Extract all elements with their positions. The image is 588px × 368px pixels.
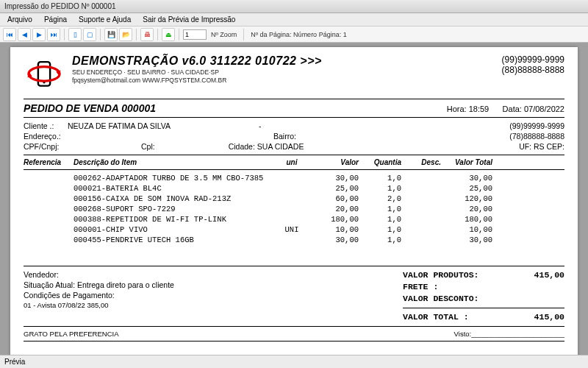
cell-quant: 2,0 xyxy=(359,194,401,204)
first-page-icon[interactable]: ⏮ xyxy=(3,28,16,41)
cell-desc: 000268-SUPORT SPO-7229 xyxy=(74,204,276,214)
window-titlebar: Impressão do PEDIDO Nº 000001 xyxy=(0,0,588,13)
cell-ref xyxy=(24,173,74,183)
menu-sair[interactable]: Sair da Prévia de Impressão xyxy=(138,13,240,26)
cell-uni xyxy=(276,204,307,214)
col-desc2: Desc. xyxy=(401,158,441,166)
menu-suporte[interactable]: Suporte e Ajuda xyxy=(74,13,135,26)
table-row: 000156-CAIXA DE SOM INOVA RAD-213Z60,002… xyxy=(24,194,564,204)
cell-valor: 25,00 xyxy=(307,183,359,194)
col-total: Valor Total xyxy=(441,158,492,166)
cell-desc: 000021-BATERIA BL4C xyxy=(74,183,276,194)
cell-total: 30,00 xyxy=(441,173,492,183)
page-number-label: Nº da Página: Número Página: 1 xyxy=(251,31,346,38)
cell-uni xyxy=(276,214,307,224)
tool-print-icon[interactable]: 🖶 xyxy=(140,28,154,41)
cell-quant: 1,0 xyxy=(359,224,401,235)
company-address: SEU ENDEREÇO · SEU BAIRRO · SUA CIDADE·S… xyxy=(72,68,495,76)
company-logo xyxy=(24,54,65,96)
cliente-phone-2: (78)88888-8888 xyxy=(509,131,564,141)
cell-uni xyxy=(276,194,307,204)
cell-descv xyxy=(401,194,441,204)
cep-label: CEP: xyxy=(546,142,564,151)
cell-ref xyxy=(24,235,74,245)
cidade-label: Cidade: xyxy=(229,142,255,151)
cell-valor: 60,00 xyxy=(307,194,359,204)
cell-desc: 000388-REPETIDOR DE WI-FI TP-LINK xyxy=(74,214,276,224)
tool-close-icon[interactable]: ⏏ xyxy=(162,28,175,41)
table-row: 000268-SUPORT SPO-722920,001,020,00 xyxy=(24,204,564,214)
cell-total: 25,00 xyxy=(441,183,492,194)
prev-page-icon[interactable]: ◀ xyxy=(18,28,31,41)
total-produtos-label: VALOR PRODUTOS: xyxy=(403,269,479,281)
table-row: 000262-ADAPTADOR TURBO DE 3.5 MM CBO-738… xyxy=(24,173,564,183)
tool-icon-1[interactable]: ▯ xyxy=(68,28,82,41)
total-produtos-value: 415,00 xyxy=(534,269,564,281)
cell-quant: 1,0 xyxy=(359,183,401,194)
situacao-label: Situação Atual: xyxy=(24,280,75,289)
cell-uni xyxy=(276,183,307,194)
cell-ref xyxy=(24,204,74,214)
tool-icon-2[interactable]: ▢ xyxy=(83,28,96,41)
col-uni: uni xyxy=(276,158,307,166)
cell-desc: 000262-ADAPTADOR TURBO DE 3.5 MM CBO-738… xyxy=(74,173,276,183)
menu-arquivo[interactable]: Arquivo xyxy=(3,13,37,26)
table-row: 000001-CHIP VIVOUNI10,001,010,00 xyxy=(24,224,564,235)
pagamento-line: 01 - Avista 07/08/22 385,00 xyxy=(24,300,403,311)
total-frete-label: FRETE : xyxy=(403,281,438,293)
tool-save-icon[interactable]: 💾 xyxy=(104,28,118,41)
company-contact: fpqsystem@hotmail.com WWW.FPQSYSTEM.COM.… xyxy=(72,77,495,84)
hora-label: Hora: xyxy=(447,105,467,113)
page: DEMONSTRAÇÃO v6.0 311222 010722 >>> SEU … xyxy=(10,47,578,355)
cell-descv xyxy=(401,224,441,235)
menubar: Arquivo Página Suporte e Ajuda Sair da P… xyxy=(0,13,588,26)
col-valor: Valor xyxy=(307,158,359,166)
cell-quant: 1,0 xyxy=(359,204,401,214)
svg-point-2 xyxy=(29,67,60,82)
endereco-label: Endereço.: xyxy=(24,131,68,141)
cidade-value: SUA CIDADE xyxy=(257,142,304,151)
cpf-label: CPF/Cnpj: xyxy=(24,141,68,152)
next-page-icon[interactable]: ▶ xyxy=(32,28,46,41)
cond-label: Condições de Pagamento: xyxy=(24,290,403,300)
vendedor-label: Vendedor: xyxy=(24,269,403,280)
zoom-input[interactable] xyxy=(183,29,207,40)
cell-valor: 30,00 xyxy=(307,235,359,245)
cell-uni: UNI xyxy=(276,224,307,235)
cell-valor: 30,00 xyxy=(307,173,359,183)
company-name: DEMONSTRAÇÃO v6.0 311222 010722 >>> xyxy=(72,54,495,68)
cell-total: 20,00 xyxy=(441,204,492,214)
company-phone-1: (99)99999-9999 xyxy=(502,54,564,65)
col-ref: Referencia xyxy=(24,158,74,166)
uf-value: RS xyxy=(534,142,545,151)
cell-ref xyxy=(24,214,74,224)
cell-desc: 000455-PENDRIVE UTECH 16GB xyxy=(74,235,276,245)
cell-descv xyxy=(401,183,441,194)
cell-total: 30,00 xyxy=(441,235,492,245)
bairro-label: Bairro: xyxy=(273,131,296,141)
cliente-value: NEUZA DE FATIMA DA SILVA xyxy=(68,121,171,131)
cell-valor: 180,00 xyxy=(307,214,359,224)
tool-open-icon[interactable]: 📂 xyxy=(119,28,132,41)
cell-uni xyxy=(276,173,307,183)
cell-descv xyxy=(401,204,441,214)
col-quant: Quantia xyxy=(359,158,401,166)
data-value: 07/08/2022 xyxy=(524,105,564,113)
cliente-label: Cliente .: xyxy=(24,121,68,131)
toolbar: ⏮ ◀ ▶ ⏭ ▯ ▢ 💾 📂 🖶 ⏏ Nº Zoom Nº da Página… xyxy=(0,26,588,43)
uf-label: UF: xyxy=(519,142,531,151)
cell-ref xyxy=(24,194,74,204)
cell-descv xyxy=(401,235,441,245)
table-row: 000388-REPETIDOR DE WI-FI TP-LINK180,001… xyxy=(24,214,564,224)
thanks-text: GRATO PELA PREFERENCIA xyxy=(24,330,119,338)
cell-quant: 1,0 xyxy=(359,214,401,224)
company-phone-2: (88)88888-8888 xyxy=(502,65,564,75)
table-row: 000021-BATERIA BL4C25,001,025,00 xyxy=(24,183,564,194)
menu-pagina[interactable]: Página xyxy=(40,13,71,26)
cliente-dash: - xyxy=(259,121,262,131)
preview-area[interactable]: DEMONSTRAÇÃO v6.0 311222 010722 >>> SEU … xyxy=(0,43,588,355)
last-page-icon[interactable]: ⏭ xyxy=(47,28,60,41)
visto-line: Visto:________________________ xyxy=(454,330,564,338)
cell-quant: 1,0 xyxy=(359,235,401,245)
table-row: 000455-PENDRIVE UTECH 16GB30,001,030,00 xyxy=(24,235,564,245)
